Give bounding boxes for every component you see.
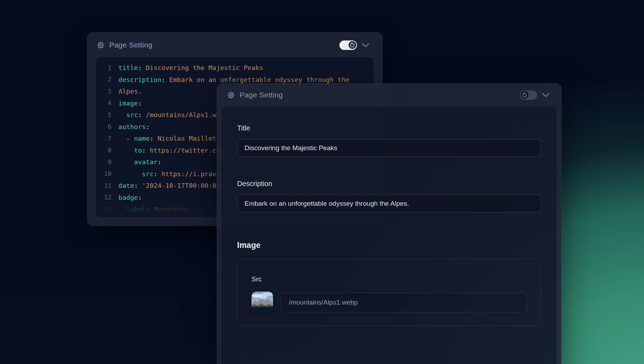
panel-title: Page Setting [240,91,283,99]
code-token: : [162,76,169,83]
line-number: 6 [96,123,111,130]
code-token: Nicolas Maillet [157,135,216,142]
src-field-label: Src [252,275,527,283]
code-token: src [126,111,138,119]
spacer [237,212,541,241]
code-line: 1title: Discovering the Majestic Peaks [96,62,374,74]
line-number: 12 [96,194,111,201]
code-token: : [134,182,142,189]
code-text: authors: [118,123,150,130]
panel-header: Page Setting [217,84,561,106]
code-text: to: https://twitter.com [118,147,224,154]
code-token: : [138,64,146,71]
code-token: label [126,205,146,213]
code-block-icon [350,43,355,47]
code-token: : [146,205,154,213]
code-token: /mountains/Alps1.webp [146,111,228,119]
description-input[interactable]: Embark on an unforgettable odyssey throu… [237,194,541,212]
code-token: badge [118,194,138,201]
line-number: 2 [96,76,111,83]
line-number: 3 [96,88,111,95]
code-token: - [118,135,134,142]
code-token: Discovering the Majestic Peaks [146,64,263,71]
code-token [118,147,134,154]
page-background: Page Setting 1title: Discovering the Maj… [0,0,644,364]
line-number: 8 [96,147,111,154]
code-token: : [138,100,142,107]
image-section-heading: Image [237,241,541,250]
line-number: 4 [96,100,111,107]
image-group-box: Src [237,259,541,326]
image-src-input[interactable]: /mountains/Alps1.webp [281,293,527,312]
line-number: 11 [96,182,111,189]
code-token: avatar [134,158,158,166]
code-token [118,111,126,119]
code-text: src: /mountains/Alps1.webp [118,111,228,119]
line-number: 13 [96,206,111,213]
code-token: image [118,100,138,107]
title-input[interactable]: Discovering the Majestic Peaks [237,139,541,157]
code-text: title: Discovering the Majestic Peaks [118,64,263,71]
toggle-knob [349,41,356,49]
code-token: : [150,135,157,142]
code-text: image: [118,100,142,107]
gear-icon [97,41,105,49]
line-number: 1 [96,64,111,71]
panel-header: Page Setting [87,33,382,57]
code-token: : [138,194,142,201]
code-token: date [118,182,134,189]
code-token: Embark on an unforgettable odyssey throu… [169,76,349,83]
code-text: avatar: [118,158,162,166]
code-token: title [118,64,138,71]
code-token: authors [118,123,146,130]
code-token: : [138,111,146,119]
code-token: to [134,147,142,154]
image-thumbnail [252,292,273,313]
code-view-toggle[interactable] [520,90,537,100]
code-token: : [154,170,161,178]
code-block-icon [522,92,527,97]
code-text: - name: Nicolas Maillet [118,135,216,142]
code-text: badge: [118,194,142,201]
code-token [118,205,126,213]
title-field-label: Title [237,124,541,132]
code-token: : [157,158,161,166]
toggle-knob [521,91,528,99]
line-number: 9 [96,159,111,166]
page-setting-form: Title Discovering the Majestic Peaks Des… [221,106,557,364]
code-token: : [146,123,150,130]
mountain-photo [252,292,273,313]
chevron-down-icon[interactable] [362,43,370,48]
line-number: 10 [96,170,111,177]
spacer [237,157,541,180]
code-token: Alpes. [118,88,142,95]
code-token [118,170,142,178]
code-token: https://twitter.com [150,147,224,154]
chevron-down-icon[interactable] [542,92,550,98]
code-text: Alpes. [118,88,142,95]
description-field-label: Description [237,180,541,188]
panel-title: Page Setting [109,41,152,49]
code-view-toggle[interactable] [339,40,357,50]
code-token [118,158,134,166]
code-token: src [142,170,154,178]
code-token: : [142,147,150,154]
gear-icon [227,91,235,99]
page-setting-panel-form-view: Page Setting Title Discovering the Majes… [217,83,561,364]
code-token: Mountains [154,205,189,213]
line-number: 5 [96,111,111,119]
code-token: description [118,76,162,83]
code-text: label: Mountains [118,205,189,213]
code-text: description: Embark on an unforgettable … [118,76,349,83]
line-number: 7 [96,135,111,142]
src-row: /mountains/Alps1.webp [252,292,527,313]
code-token: name [134,135,150,142]
